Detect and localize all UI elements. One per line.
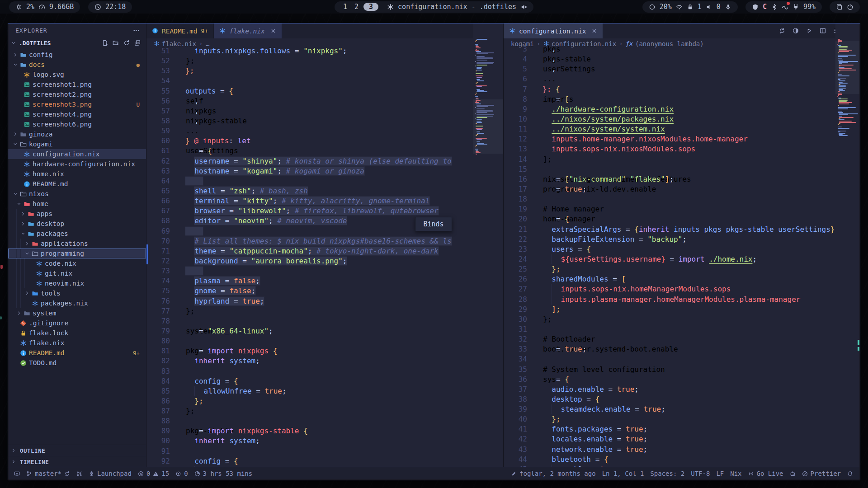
tree-item-git-nix[interactable]: git.nix — [8, 268, 146, 278]
timeline-section[interactable]: TIMELINE — [8, 456, 146, 467]
code-line-62[interactable]: 62username = "shinya"; # konsta or shiny… — [146, 156, 503, 166]
code-line-16[interactable]: 16nix.settings.experimental-features = [… — [504, 174, 859, 184]
code-line-29[interactable]: 29]; — [504, 305, 859, 314]
code-line-89[interactable]: 89pkgs-stable = import nixpkgs-stable { — [146, 426, 503, 436]
workspace-switcher[interactable]: 123 — [341, 3, 381, 11]
code-line-10[interactable]: 10../nixos/system/packages.nix — [504, 114, 859, 124]
refresh-explorer-icon[interactable] — [123, 39, 130, 47]
code-line-27[interactable]: 27inputs.sops-nix.homeManagerModules.sop… — [504, 284, 859, 294]
close-icon[interactable] — [270, 28, 276, 34]
code-line-3[interactable]: 3pkgs, — [504, 44, 859, 54]
code-line-31[interactable]: 31 — [504, 324, 859, 334]
code-line-64[interactable]: 64 — [146, 176, 503, 186]
tree-item-packages-nix[interactable]: packages.nix — [8, 298, 146, 308]
speaker-muted-icon[interactable] — [520, 4, 527, 10]
code-line-17[interactable]: 17programs.nix-ld.dev.enable = true; — [504, 184, 859, 194]
minimap-right[interactable] — [835, 23, 859, 467]
code-line-22[interactable]: 22backupFileExtension = "backup"; — [504, 235, 859, 244]
minimap-slider[interactable] — [835, 41, 859, 94]
code-line-73[interactable]: 73 — [146, 266, 503, 276]
tree-item-screenshot4-png[interactable]: screenshot4.png — [8, 109, 146, 119]
tree-item-screenshot1-png[interactable]: screenshot1.png — [8, 80, 146, 89]
code-line-59[interactable]: 59... — [146, 126, 503, 136]
tree-item-readme-md[interactable]: README.md — [8, 179, 146, 189]
volume-icon[interactable] — [706, 4, 712, 10]
tree-item-packages[interactable]: packages — [8, 229, 146, 239]
power-icon[interactable] — [847, 4, 854, 10]
code-line-4[interactable]: 4pkgs-stable, — [504, 54, 859, 64]
code-line-43[interactable]: 43network.enable = true; — [504, 445, 859, 455]
more-actions-icon[interactable] — [133, 27, 140, 34]
tree-item-nixos[interactable]: nixos — [8, 189, 146, 199]
code-line-28[interactable]: 28inputs.plasma-manager.homeManagerModul… — [504, 295, 859, 305]
code-line-56[interactable]: 56self, — [146, 96, 503, 106]
code-line-91[interactable]: 91 — [146, 446, 503, 456]
tree-item-logo-svg[interactable]: logo.svg — [8, 70, 146, 80]
code-line-15[interactable]: 15 — [504, 164, 859, 174]
collapse-folders-icon[interactable] — [134, 39, 141, 47]
code-line-24[interactable]: 24${userSettings.username} = import ./ho… — [504, 254, 859, 264]
code-line-9[interactable]: 9./hardware-configuration.nix — [504, 104, 859, 114]
open-changes-icon[interactable] — [793, 28, 799, 35]
minimap-left[interactable] — [473, 23, 503, 467]
code-line-26[interactable]: 26sharedModules = [ — [504, 274, 859, 284]
wifi-icon[interactable] — [676, 4, 683, 10]
code-line-61[interactable]: 61userSettings = { — [146, 146, 503, 156]
code-line-71[interactable]: 71theme = "catppuccin-mocha"; # tokyo-ni… — [146, 246, 503, 256]
code-line-39[interactable]: 39steamdeck.enable = true; — [504, 404, 859, 414]
new-file-icon[interactable] — [102, 39, 108, 47]
code-line-14[interactable]: 14]; — [504, 155, 859, 164]
outline-section[interactable]: OUTLINE — [8, 445, 146, 456]
code-line-30[interactable]: 30}; — [504, 314, 859, 324]
code-line-83[interactable]: 83 — [146, 366, 503, 376]
code-line-23[interactable]: 23users = { — [504, 244, 859, 254]
status-notifications[interactable] — [844, 467, 856, 480]
tree-item-flake-lock[interactable]: flake.lock — [8, 328, 146, 338]
tree-item-screenshot3-png[interactable]: screenshot3.pngU — [8, 99, 146, 109]
code-line-67[interactable]: 67browser = "librewolf"; # firefox, libr… — [146, 206, 503, 216]
code-line-92[interactable]: 92config = { — [146, 456, 503, 466]
code-editor-configuration-nix[interactable]: 3pkgs,4pkgs-stable,5userSettings,6...7}:… — [504, 44, 859, 467]
code-line-55[interactable]: 55outputs = { — [146, 86, 503, 96]
bluetooth-icon[interactable] — [771, 4, 778, 10]
code-line-85[interactable]: 85allowUnfree = true; — [146, 386, 503, 396]
status-go-live[interactable]: Go Live — [745, 467, 787, 480]
code-line-75[interactable]: 75gnome = false; — [146, 286, 503, 296]
code-line-66[interactable]: 66terminal = "kitty"; # kitty, alacritty… — [146, 196, 503, 206]
tree-item-configuration-nix[interactable]: configuration.nix — [8, 149, 146, 159]
tree-item-desktop[interactable]: desktop — [8, 219, 146, 229]
workspace-1[interactable]: 1 — [341, 3, 349, 11]
tree-item-apps[interactable]: apps — [8, 209, 146, 219]
code-line-20[interactable]: 20home-manager = { — [504, 214, 859, 224]
status-problems[interactable]: 015 — [135, 467, 172, 480]
code-line-87[interactable]: 87}; — [146, 406, 503, 416]
tree-item-docs[interactable]: docs● — [8, 60, 146, 70]
indicator-c-icon[interactable]: C — [763, 3, 767, 11]
code-line-42[interactable]: 42locales.enable = true; — [504, 434, 859, 444]
code-line-79[interactable]: 79system = "x86_64-linux"; — [146, 326, 503, 336]
code-line-77[interactable]: 77}; — [146, 306, 503, 316]
workspace-2[interactable]: 2 — [352, 3, 361, 11]
code-line-5[interactable]: 5userSettings, — [504, 64, 859, 74]
code-line-57[interactable]: 57nixpkgs, — [146, 106, 503, 116]
code-line-44[interactable]: 44bluetooth = { — [504, 455, 859, 465]
tree-item-code-nix[interactable]: code.nix — [8, 258, 146, 268]
workspace-root-row[interactable]: .DOTFILES — [8, 37, 146, 49]
status-indentation[interactable]: Spaces: 2 — [647, 467, 688, 480]
shield-icon[interactable] — [752, 4, 759, 10]
tree-item-screenshot6-png[interactable]: screenshot6.png — [8, 119, 146, 129]
tab-README-md[interactable]: README.md9+ — [146, 23, 214, 38]
workspace-3[interactable]: 3 — [363, 3, 378, 11]
tree-item-config[interactable]: config — [8, 50, 146, 60]
status-language-mode[interactable]: Nix — [727, 467, 745, 480]
code-line-40[interactable]: 40}; — [504, 414, 859, 424]
code-line-33[interactable]: 33boot.loader.systemd-boot.enable = true… — [504, 344, 859, 354]
code-line-11[interactable]: 11../nixos/system/system.nix — [504, 124, 859, 134]
code-line-6[interactable]: 6... — [504, 74, 859, 84]
code-line-41[interactable]: 41fonts.packages = true; — [504, 424, 859, 434]
tree-item-todo-md[interactable]: TODO.md — [8, 358, 146, 368]
status-copilot[interactable] — [787, 467, 799, 480]
code-line-51[interactable]: 51inputs.nixpkgs.follows = "nixpkgs"; — [146, 46, 503, 56]
code-line-25[interactable]: 25}; — [504, 264, 859, 274]
code-line-38[interactable]: 38desktop = { — [504, 394, 859, 404]
